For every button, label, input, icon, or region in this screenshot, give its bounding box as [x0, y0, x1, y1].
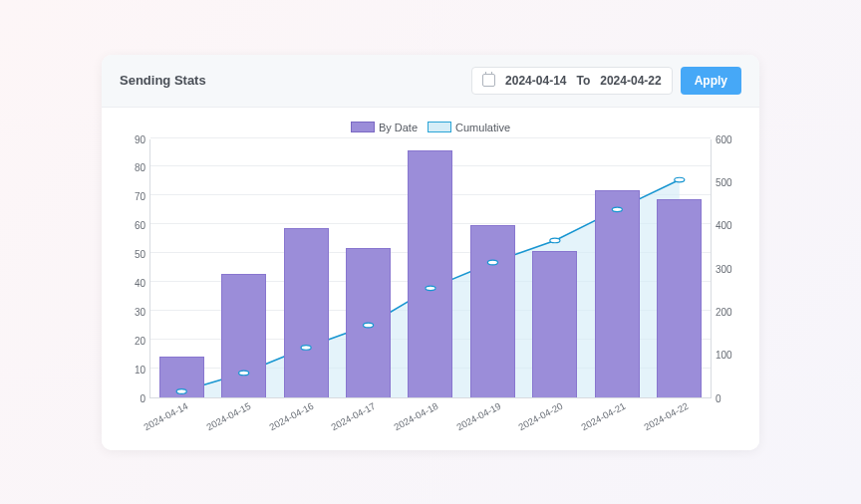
legend-cumulative: Cumulative [428, 122, 510, 133]
y-right-tick: 300 [716, 263, 745, 274]
cumulative-point [176, 388, 186, 393]
legend-cumulative-label: Cumulative [455, 122, 510, 133]
x-tick-label: 2024-04-19 [454, 399, 502, 432]
x-tick-label: 2024-04-21 [579, 399, 627, 432]
y-left-tick: 20 [116, 335, 145, 346]
y-left-tick: 30 [116, 306, 145, 317]
y-left-tick: 80 [116, 162, 145, 173]
cumulative-point [239, 371, 249, 376]
x-slot: 2024-04-20 [524, 398, 587, 432]
y-right-tick: 600 [716, 133, 745, 144]
x-slot: 2024-04-22 [649, 398, 712, 432]
legend-by-date-label: By Date [379, 122, 418, 133]
y-left-tick: 10 [116, 364, 145, 375]
x-slot: 2024-04-16 [274, 398, 337, 432]
y-axis-right: 0100200300400500600 [712, 139, 741, 398]
grid-line [150, 137, 711, 138]
x-slot: 2024-04-17 [337, 398, 400, 432]
date-to: 2024-04-22 [600, 74, 661, 88]
date-from: 2024-04-14 [505, 74, 566, 88]
chart-legend: By Date Cumulative [120, 122, 741, 133]
x-tick-label: 2024-04-20 [517, 399, 565, 432]
legend-line-swatch-icon [428, 122, 451, 132]
stats-card: Sending Stats 2024-04-14 To 2024-04-22 A… [102, 55, 759, 450]
plot-area: 0102030405060708090 0100200300400500600 [120, 139, 741, 398]
x-slot: 2024-04-15 [212, 398, 275, 432]
y-left-tick: 40 [116, 277, 145, 288]
y-left-tick: 70 [116, 191, 145, 202]
y-right-tick: 200 [716, 306, 745, 317]
cumulative-point [426, 286, 435, 291]
x-tick-label: 2024-04-18 [392, 399, 439, 432]
y-right-tick: 0 [716, 392, 745, 403]
header-controls: 2024-04-14 To 2024-04-22 Apply [471, 67, 741, 95]
x-tick-label: 2024-04-17 [330, 399, 378, 432]
card-header: Sending Stats 2024-04-14 To 2024-04-22 A… [102, 55, 759, 108]
x-tick-label: 2024-04-14 [143, 399, 190, 432]
x-tick-label: 2024-04-22 [642, 399, 690, 432]
chart-body: By Date Cumulative 0102030405060708090 0… [102, 108, 759, 450]
cumulative-point [363, 323, 373, 328]
x-slot: 2024-04-18 [400, 398, 462, 432]
card-title: Sending Stats [120, 73, 206, 88]
x-slot: 2024-04-14 [149, 398, 212, 432]
y-left-tick: 90 [116, 133, 145, 144]
cumulative-point [675, 177, 685, 182]
calendar-icon [482, 74, 495, 87]
y-left-tick: 50 [116, 249, 145, 260]
y-right-tick: 100 [716, 350, 745, 361]
cumulative-point [301, 345, 311, 350]
date-range-picker[interactable]: 2024-04-14 To 2024-04-22 [471, 67, 673, 95]
x-axis: 2024-04-142024-04-152024-04-162024-04-17… [149, 398, 712, 432]
y-right-tick: 500 [716, 176, 745, 187]
cumulative-point [612, 207, 622, 212]
x-slot: 2024-04-19 [461, 398, 524, 432]
cumulative-point [487, 260, 497, 265]
cumulative-points [150, 139, 711, 397]
x-tick-label: 2024-04-16 [267, 399, 315, 432]
legend-by-date: By Date [351, 122, 418, 133]
x-tick-label: 2024-04-15 [204, 399, 252, 432]
y-left-tick: 0 [116, 392, 145, 403]
plot [149, 139, 712, 398]
y-right-tick: 400 [716, 220, 745, 231]
x-slot: 2024-04-21 [587, 398, 650, 432]
y-axis-left: 0102030405060708090 [120, 139, 149, 398]
legend-bar-swatch-icon [351, 122, 375, 132]
y-left-tick: 60 [116, 220, 145, 231]
date-to-label: To [576, 74, 590, 88]
cumulative-point [550, 238, 560, 243]
apply-button[interactable]: Apply [681, 67, 741, 95]
